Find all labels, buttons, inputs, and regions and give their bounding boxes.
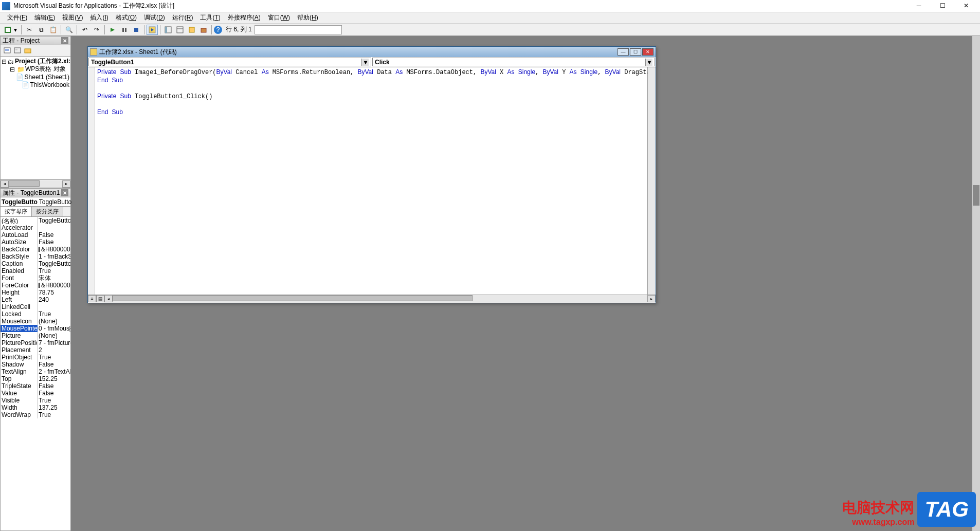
scroll-right-icon[interactable]: ▸ <box>62 180 70 188</box>
menu-a[interactable]: 外接程序(A) <box>225 12 264 23</box>
property-row[interactable]: Top152.25 <box>1 375 70 382</box>
find-button[interactable]: 🔍 <box>63 25 75 35</box>
properties-window-button[interactable] <box>174 25 186 35</box>
property-row[interactable]: EnabledTrue <box>1 267 70 274</box>
code-minimize-button[interactable]: — <box>618 48 629 56</box>
property-value[interactable]: (None) <box>38 318 70 325</box>
properties-grid[interactable]: (名称)ToggleButton1AcceleratorAutoLoadFals… <box>0 217 71 531</box>
property-row[interactable]: LockedTrue <box>1 310 70 318</box>
property-value[interactable]: False <box>38 361 70 368</box>
property-row[interactable]: PicturePositio7 - fmPicture <box>1 339 70 346</box>
dropdown-icon[interactable]: ▾ <box>69 326 70 332</box>
property-value[interactable]: 宋体 <box>38 274 70 282</box>
run-button[interactable] <box>107 25 118 35</box>
design-mode-button[interactable] <box>147 25 158 35</box>
property-value[interactable]: True <box>38 354 70 361</box>
toggle-folders-button[interactable] <box>23 46 32 56</box>
property-value[interactable]: &H80000012& <box>38 282 70 289</box>
menu-o[interactable]: 格式(O) <box>113 12 140 23</box>
view-object-button[interactable] <box>13 46 22 56</box>
collapse-icon[interactable]: ⊟ <box>9 66 16 73</box>
property-row[interactable]: Placement2 <box>1 346 70 354</box>
project-tree-hscroll[interactable]: ◂ ▸ <box>0 180 71 188</box>
property-value[interactable]: (None) <box>38 332 70 339</box>
property-row[interactable]: Height78.75 <box>1 289 70 296</box>
menu-h[interactable]: 帮助(H) <box>294 12 321 23</box>
close-button[interactable]: ✕ <box>954 0 978 12</box>
property-row[interactable]: MousePointer0 - fmMous▾ <box>1 325 70 332</box>
scroll-right-icon[interactable]: ▸ <box>647 295 656 302</box>
menu-e[interactable]: 编辑(E) <box>31 12 58 23</box>
property-row[interactable]: Font宋体 <box>1 274 70 282</box>
project-tree[interactable]: ⊟🗂Project (工作簿2.xl: ⊟📁WPS表格 对象 📄Sheet1 (… <box>0 57 71 180</box>
scroll-left-icon[interactable]: ◂ <box>1 180 9 188</box>
code-close-button[interactable]: ✕ <box>642 48 654 56</box>
property-value[interactable]: 1 - fmBackSty <box>38 253 70 260</box>
menu-w[interactable]: 窗口(W) <box>265 12 293 23</box>
property-value[interactable]: 2 <box>38 346 70 354</box>
property-row[interactable]: ForeColor&H80000012& <box>1 282 70 289</box>
maximize-button[interactable]: ☐ <box>931 0 954 12</box>
property-value[interactable]: ToggleButton1 <box>38 217 70 224</box>
property-value[interactable] <box>38 303 70 310</box>
property-row[interactable]: AutoLoadFalse <box>1 231 70 239</box>
undo-button[interactable]: ↶ <box>79 25 90 35</box>
tab-categorized[interactable]: 按分类序 <box>32 207 63 216</box>
menu-d[interactable]: 调试(D) <box>141 12 168 23</box>
property-row[interactable]: Accelerator <box>1 224 70 231</box>
property-value[interactable] <box>38 224 70 231</box>
property-value[interactable]: False <box>38 231 70 239</box>
tree-item-sheet1[interactable]: Sheet1 (Sheet1) <box>25 74 69 81</box>
property-row[interactable]: BackColor&H8000000F& <box>1 246 70 253</box>
property-row[interactable]: ValueFalse <box>1 390 70 397</box>
procedure-view-button[interactable]: ≡ <box>88 295 96 302</box>
collapse-icon[interactable]: ⊟ <box>2 58 7 65</box>
property-row[interactable]: ShadowFalse <box>1 361 70 368</box>
view-code-button[interactable] <box>3 46 12 56</box>
menu-f[interactable]: 文件(F) <box>4 12 30 23</box>
object-dropdown[interactable]: ToggleButton1▾ <box>88 58 371 66</box>
minimize-button[interactable]: ─ <box>907 0 931 12</box>
property-row[interactable]: LinkedCell <box>1 303 70 310</box>
property-value[interactable]: 137.25 <box>38 404 70 411</box>
mdi-vscroll[interactable] <box>972 36 980 531</box>
property-row[interactable]: MouseIcon(None) <box>1 318 70 325</box>
redo-button[interactable]: ↷ <box>91 25 102 35</box>
scroll-thumb[interactable] <box>113 295 473 301</box>
help-button[interactable]: ? <box>214 26 222 34</box>
property-row[interactable]: CaptionToggleButton1 <box>1 260 70 267</box>
property-value[interactable]: True <box>38 310 70 318</box>
toolbox-button[interactable] <box>198 25 209 35</box>
full-module-view-button[interactable]: ▤ <box>96 295 104 302</box>
tree-item-thisworkbook[interactable]: ThisWorkbook <box>30 81 69 88</box>
property-row[interactable]: WordWrapTrue <box>1 411 70 418</box>
property-value[interactable]: 2 - fmTextAli <box>38 368 70 375</box>
reset-button[interactable] <box>131 25 142 35</box>
menu-r[interactable]: 运行(R) <box>169 12 196 23</box>
cut-button[interactable]: ✂ <box>24 25 35 35</box>
property-row[interactable]: Left240 <box>1 296 70 303</box>
scroll-thumb[interactable] <box>973 185 979 206</box>
copy-button[interactable]: ⧉ <box>35 25 47 35</box>
property-row[interactable]: (名称)ToggleButton1 <box>1 217 70 224</box>
code-hscroll[interactable]: ◂ ▸ <box>104 295 656 303</box>
scroll-thumb[interactable] <box>9 180 40 187</box>
property-value[interactable]: 78.75 <box>38 289 70 296</box>
scroll-left-icon[interactable]: ◂ <box>104 295 113 302</box>
view-excel-button[interactable] <box>2 25 13 35</box>
property-value[interactable]: False <box>38 382 70 390</box>
property-row[interactable]: TripleStateFalse <box>1 382 70 390</box>
properties-object-selector[interactable]: ToggleButto ToggleButton ▾ <box>0 197 71 207</box>
property-value[interactable]: 240 <box>38 296 70 303</box>
code-maximize-button[interactable]: ☐ <box>630 48 641 56</box>
property-value[interactable]: True <box>38 397 70 404</box>
property-row[interactable]: BackStyle1 - fmBackSty <box>1 253 70 260</box>
menu-i[interactable]: 插入(I) <box>87 12 111 23</box>
property-value[interactable]: 152.25 <box>38 375 70 382</box>
object-browser-button[interactable] <box>186 25 197 35</box>
toolbar-combo[interactable] <box>255 25 342 34</box>
code-editor[interactable]: Private Sub Image1_BeforeDragOver(ByVal … <box>95 67 647 295</box>
property-row[interactable]: PrintObjectTrue <box>1 354 70 361</box>
property-value[interactable]: False <box>38 390 70 397</box>
property-value[interactable]: 0 - fmMous▾ <box>38 325 70 332</box>
